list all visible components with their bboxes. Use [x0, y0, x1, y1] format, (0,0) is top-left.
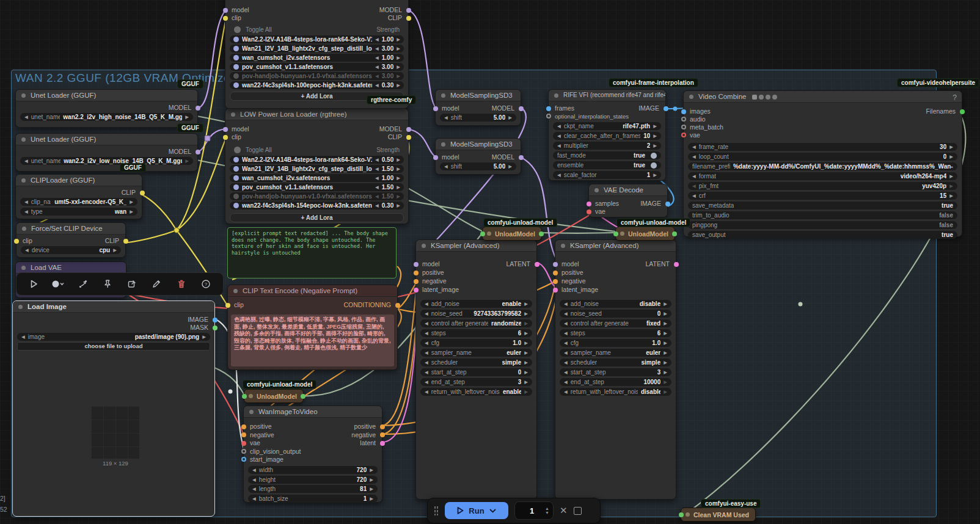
loop-count-widget[interactable]: ◀loop_count0▶	[688, 153, 957, 161]
output-model-port[interactable]	[196, 106, 200, 111]
cfg-widget[interactable]: ◀cfg1.0▶	[560, 339, 671, 347]
input-negative-port[interactable]	[241, 432, 246, 437]
node-vae-decode[interactable]: VAE Decode samples IMAGE vae	[588, 184, 668, 217]
run-node-icon[interactable]	[26, 277, 41, 291]
control-after-generate-widget[interactable]: ◀control after generaterandomize▶	[420, 319, 532, 327]
output-conditioning-port[interactable]	[395, 303, 400, 308]
output-clip-port[interactable]	[123, 239, 128, 244]
clip-name-widget[interactable]: ◀clip_na ... umt5-xxl-encoder-Q5_K_M.ggu…	[20, 198, 137, 206]
scale-factor-widget[interactable]: ◀scale_factor1▶	[553, 171, 661, 179]
node-title[interactable]: RIFE VFI (recommend rife47 and rife49)	[549, 90, 665, 101]
noise-seed-widget[interactable]: ◀noise_seed0▶	[560, 310, 671, 318]
ensemble-toggle[interactable]: ensembletrue	[553, 161, 661, 169]
node-negative-prompt[interactable]: CLIP Text Encode (Negative Prompt) clip …	[227, 285, 398, 370]
input-model-port[interactable]	[433, 155, 438, 160]
shift-widget[interactable]: ◀shift5.00▶	[440, 114, 516, 122]
node-ksampler-advanced-2[interactable]: KSampler (Advanced) modelLATENT positive…	[555, 239, 676, 500]
crf-widget[interactable]: ◀crf15▶	[688, 192, 957, 200]
node-title[interactable]: ModelSamplingSD3	[436, 139, 521, 150]
lora-toggle[interactable]	[233, 166, 239, 172]
node-title[interactable]: Load Image	[13, 301, 214, 313]
collapse-dot[interactable]	[620, 231, 624, 236]
format-widget[interactable]: ◀formatvideo/h264-mp4▶	[688, 172, 957, 180]
node-title[interactable]: CLIPLoader (GGUF)	[16, 175, 142, 186]
node-title[interactable]: Video Combine ?	[684, 91, 962, 103]
run-bar[interactable]: Run 1 ▲▼ ✕	[427, 498, 601, 523]
add-noise-widget[interactable]: ◀add_noiseenable▶	[420, 300, 532, 308]
input-clip-port[interactable]	[14, 239, 19, 244]
toggle-all-circle[interactable]	[234, 147, 241, 153]
output-image-port[interactable]	[213, 318, 218, 322]
choose-file-button[interactable]: choose file to upload	[17, 342, 210, 351]
node-title[interactable]: ModelSamplingSD3	[436, 90, 521, 101]
lora-toggle[interactable]	[233, 73, 239, 79]
node-mode-icon[interactable]	[51, 277, 65, 291]
input-meta-batch-port[interactable]	[681, 125, 686, 129]
pingpong-toggle[interactable]: pingpongfalse	[688, 221, 957, 229]
length-widget[interactable]: ◀length81▶	[248, 485, 378, 493]
lora-toggle[interactable]	[233, 64, 239, 70]
lora-toggle[interactable]	[233, 82, 239, 88]
drag-handle-icon[interactable]	[434, 506, 439, 515]
lora-toggle[interactable]	[233, 55, 239, 60]
toggle-all-row[interactable]: Toggle All Strength	[225, 146, 408, 154]
output-latent-port[interactable]	[380, 441, 385, 446]
lora-row[interactable]: Wan21_I2V_14B_lightx2v_cfg_step_distill_…	[230, 165, 404, 173]
collapse-dot[interactable]	[686, 512, 690, 517]
node-load-image[interactable]: Load Image IMAGE MASK ◀image pasted/imag…	[12, 300, 215, 517]
input-port[interactable]	[480, 231, 485, 236]
toggle-all-circle[interactable]	[234, 26, 241, 33]
node-title[interactable]: Unet Loader (GGUF)	[16, 134, 197, 145]
input-interp-states-port[interactable]	[546, 114, 551, 118]
node-force-clip-device[interactable]: Force/Set CLIP Device clip CLIP ◀device …	[16, 222, 126, 258]
pix-fmt-widget[interactable]: ◀pix_fmtyuv420p▶	[688, 182, 957, 190]
collapse-dot[interactable]	[249, 394, 253, 398]
node-title[interactable]: Unet Loader (GGUF)	[16, 90, 197, 101]
lora-row[interactable]: wan22-f4c3spl4sh-154epoc-low-k3nk.safete…	[230, 202, 404, 209]
output-model-port[interactable]	[519, 106, 524, 111]
add-noise-widget[interactable]: ◀add_noisedisable▶	[560, 300, 671, 308]
output-port[interactable]	[672, 231, 677, 236]
multiplier-widget[interactable]: ◀multiplier2▶	[553, 142, 661, 150]
input-model-port[interactable]	[223, 8, 228, 13]
lora-row[interactable]: Wan21_I2V_14B_lightx2v_cfg_step_distill_…	[230, 45, 404, 53]
node-title[interactable]: KSampler (Advanced)	[416, 240, 536, 252]
input-port[interactable]	[242, 394, 247, 399]
edit-frame-icon[interactable]	[125, 277, 139, 291]
input-positive-port[interactable]	[414, 271, 419, 275]
node-rife-vfi[interactable]: RIFE VFI (recommend rife47 and rife49) f…	[548, 89, 666, 181]
node-clip-loader[interactable]: CLIPLoader (GGUF) CLIP ◀clip_na ... umt5…	[15, 174, 142, 219]
lora-toggle[interactable]	[233, 175, 239, 181]
output-model-port[interactable]	[519, 155, 524, 160]
group-title[interactable]: WAN 2.2 GGUF (12GB VRAM Optimized)	[15, 71, 241, 85]
stop-icon[interactable]	[574, 507, 582, 515]
node-clean-vram[interactable]: Clean VRAM Used	[681, 508, 756, 522]
device-widget[interactable]: ◀device cpu▶	[21, 246, 121, 254]
input-positive-port[interactable]	[553, 271, 558, 275]
input-port[interactable]	[613, 231, 618, 236]
clear-cache-widget[interactable]: ◀clear_cache_after_n_frames10▶	[553, 132, 661, 140]
lora-toggle[interactable]	[233, 157, 239, 162]
node-title[interactable]: VAE Decode	[589, 184, 667, 196]
pin-icon[interactable]	[100, 277, 115, 291]
lora-toggle[interactable]	[233, 37, 239, 42]
scheduler-widget[interactable]: ◀schedulersimple▶	[560, 358, 671, 366]
lora-row[interactable]: pov_cumshot_v1.1.safetensors◀3.00▶	[230, 63, 404, 71]
input-clip-port[interactable]	[223, 16, 228, 21]
cfg-widget[interactable]: ◀cfg1.0▶	[420, 339, 532, 347]
output-image-port[interactable]	[664, 106, 668, 111]
ckpt-name-widget[interactable]: ◀ckpt_namerife47.pth▶	[553, 122, 661, 130]
positive-prompt-textarea[interactable]: [explicit prompt text redacted] ... The …	[227, 227, 397, 278]
noise-seed-widget[interactable]: ◀noise_seed92743363799582▶	[420, 310, 532, 318]
input-audio-port[interactable]	[681, 117, 686, 122]
output-latent-port[interactable]	[535, 262, 539, 267]
input-model-port[interactable]	[433, 106, 438, 111]
sampler-name-widget[interactable]: ◀sampler_nameeuler▶	[420, 349, 532, 357]
video-preview-icons[interactable]	[752, 95, 777, 100]
input-clip-port[interactable]	[225, 303, 230, 308]
rename-pencil-icon[interactable]	[149, 277, 164, 291]
sampler-name-widget[interactable]: ◀sampler_nameeuler▶	[560, 349, 671, 357]
leftover-noise-widget[interactable]: ◀return_with_leftover_noiseenable▶	[420, 388, 532, 396]
input-vae-port[interactable]	[587, 209, 591, 214]
input-images-port[interactable]	[681, 109, 686, 114]
